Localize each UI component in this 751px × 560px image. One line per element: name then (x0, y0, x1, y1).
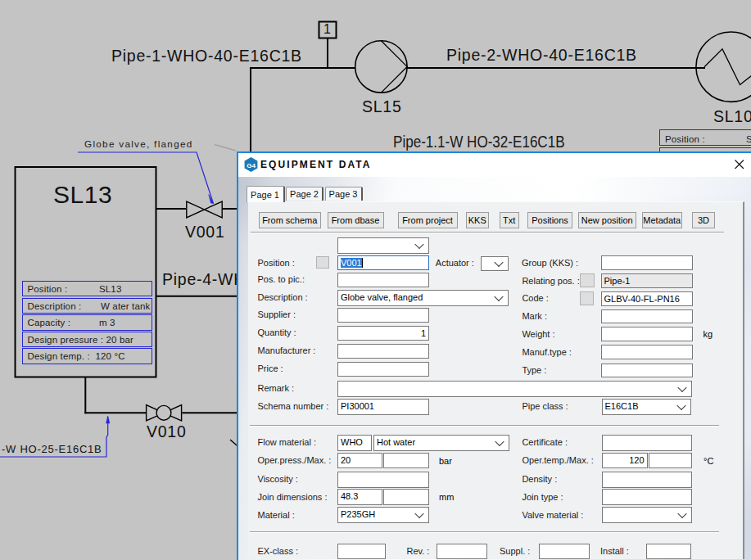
svg-text:G4: G4 (247, 161, 256, 169)
